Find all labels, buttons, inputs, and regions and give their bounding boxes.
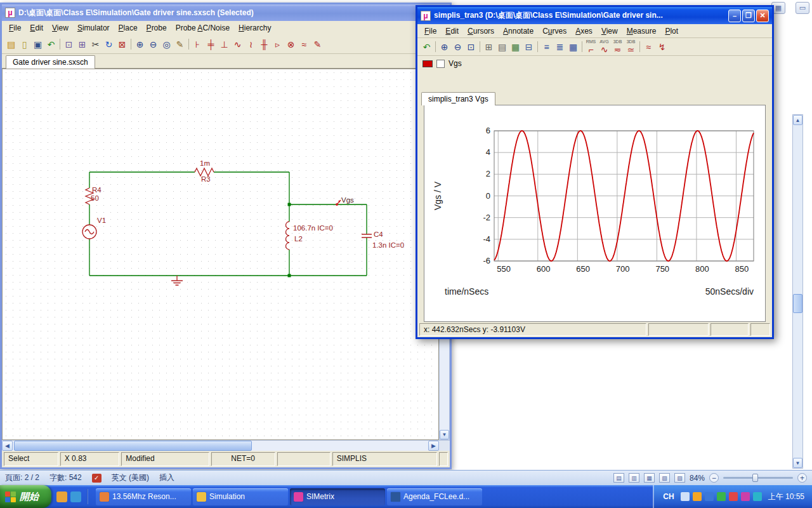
- zoom-slider[interactable]: [723, 477, 793, 479]
- maximize-button[interactable]: ❒: [742, 10, 755, 22]
- save-icon[interactable]: ▣: [31, 37, 44, 52]
- menu-annotate[interactable]: Annotate: [499, 25, 538, 37]
- pan-view-icon[interactable]: ⊞: [75, 37, 89, 52]
- zoom-level[interactable]: 84%: [690, 474, 705, 483]
- smooth-curve-icon[interactable]: ≈: [642, 39, 655, 55]
- new-sheet-icon[interactable]: ▯: [18, 37, 31, 52]
- language-indicator[interactable]: 英文 (美國): [112, 472, 149, 483]
- open-icon[interactable]: ▤: [4, 37, 18, 52]
- menu-edit[interactable]: Edit: [25, 22, 48, 34]
- menu-file[interactable]: File: [420, 25, 441, 37]
- zoom-out-button[interactable]: −: [709, 473, 719, 483]
- waveform-icon[interactable]: ≈: [298, 37, 311, 52]
- stamp-icon[interactable]: ▦: [509, 39, 522, 55]
- scroll-down-icon[interactable]: ▼: [440, 430, 449, 439]
- source-icon[interactable]: ⊗: [284, 37, 298, 52]
- curve-checkbox[interactable]: [436, 60, 445, 68]
- word-scroll-thumb[interactable]: [793, 294, 802, 313]
- copy-graph-icon[interactable]: ⊞: [482, 39, 495, 55]
- delete-icon[interactable]: ⊠: [115, 37, 129, 52]
- web-layout-view-icon[interactable]: ▦: [644, 473, 655, 483]
- close-button[interactable]: ✕: [756, 10, 769, 22]
- language-bar[interactable]: CH: [660, 491, 676, 502]
- start-button[interactable]: 開始: [0, 485, 51, 508]
- scroll-up-icon[interactable]: ▲: [793, 115, 802, 125]
- undo-icon[interactable]: ↶: [44, 37, 58, 52]
- menu-view[interactable]: View: [597, 25, 622, 37]
- inductor-L2[interactable]: [286, 222, 289, 250]
- page-indicator[interactable]: 頁面: 2 / 2: [5, 472, 39, 483]
- menu-cursors[interactable]: Cursors: [463, 25, 499, 37]
- zoom-out-icon[interactable]: ⊖: [451, 39, 464, 55]
- circuit-drawing[interactable]: 1m R3 R4 50 V1 106.7n IC=0 L2 C4 1.3n IC…: [3, 69, 439, 439]
- print-layout-view-icon[interactable]: ▤: [613, 473, 624, 483]
- diff-probe-icon[interactable]: ╪: [204, 37, 218, 52]
- probe-icon[interactable]: ⊦: [191, 37, 204, 52]
- waveform-titlebar[interactable]: µ simplis_tran3 (D:\桌面\桌面\Class E\Simula…: [417, 7, 772, 24]
- db3-high-icon[interactable]: 3DB≃: [624, 39, 638, 55]
- annotate-pen-icon[interactable]: ✎: [173, 37, 187, 52]
- word-scrollbar[interactable]: ▲ ▼: [792, 114, 803, 469]
- scroll-thumb[interactable]: [14, 441, 252, 451]
- update-icon[interactable]: [693, 492, 702, 501]
- zoom-fit-icon[interactable]: ◎: [160, 37, 173, 52]
- menu-plot[interactable]: Plot: [660, 25, 683, 37]
- taskbar-button-13-56mhz-reson-[interactable]: 13.56Mhz Reson...: [96, 488, 191, 505]
- keyboard-icon[interactable]: [681, 492, 690, 501]
- scroll-right-icon[interactable]: ▶: [428, 441, 439, 451]
- word-count[interactable]: 字數: 542: [49, 472, 82, 483]
- capacitor-icon[interactable]: ╫: [258, 37, 271, 52]
- schematic-titlebar[interactable]: µ D:\桌面\桌面\Class E\Simulation\Gate drive…: [2, 4, 450, 21]
- cut-icon[interactable]: ✂: [89, 37, 102, 52]
- ruler-icon[interactable]: ⊟: [522, 39, 535, 55]
- inductor-icon[interactable]: ≀: [244, 37, 258, 52]
- probe-pen-icon[interactable]: ✎: [311, 37, 324, 52]
- simetrix-tray-icon[interactable]: [741, 492, 750, 501]
- messenger-icon[interactable]: [729, 492, 738, 501]
- zoom-in-icon[interactable]: ⊕: [438, 39, 451, 55]
- menu-hierarchy[interactable]: Hierarchy: [234, 22, 275, 34]
- menu-probe-ac-noise[interactable]: Probe AC/Noise: [171, 22, 234, 34]
- menu-measure[interactable]: Measure: [622, 25, 661, 37]
- ground-symbol[interactable]: [171, 276, 183, 285]
- undo-icon[interactable]: ↶: [420, 39, 433, 55]
- menu-curves[interactable]: Curves: [538, 25, 571, 37]
- stack-curves-icon[interactable]: ≡: [540, 39, 553, 55]
- zoom-select-icon[interactable]: ⊡: [62, 37, 75, 52]
- resistor-icon[interactable]: ∿: [231, 37, 244, 52]
- quick-launch-2[interactable]: [70, 491, 81, 502]
- menu-place[interactable]: Place: [114, 22, 142, 34]
- network-icon[interactable]: [705, 492, 714, 501]
- ground-icon[interactable]: ⊥: [218, 37, 231, 52]
- new-grid-icon[interactable]: ▦: [566, 39, 580, 55]
- menu-file[interactable]: File: [4, 22, 25, 34]
- rotate-icon[interactable]: ↻: [102, 37, 115, 52]
- waveform-chart[interactable]: 5506006507007508008506420-2-4-6Vgs / Vti…: [424, 105, 765, 321]
- spellcheck-icon[interactable]: ✓: [92, 474, 102, 483]
- taskbar-button-simulation[interactable]: Simulation: [193, 488, 288, 505]
- volume-icon[interactable]: [753, 492, 762, 501]
- scroll-down-icon[interactable]: ▼: [793, 458, 802, 468]
- taskbar-button-simetrix[interactable]: SIMetrix: [290, 488, 385, 505]
- scroll-left-icon[interactable]: ◀: [2, 441, 13, 451]
- schematic-hscrollbar[interactable]: ◀ ▶: [2, 440, 450, 451]
- diode-icon[interactable]: ▹: [271, 37, 284, 52]
- curve-color-swatch[interactable]: [422, 60, 433, 67]
- db3-low-icon[interactable]: 3DB≂: [611, 39, 624, 55]
- menu-edit[interactable]: Edit: [441, 25, 463, 37]
- zoom-area-icon[interactable]: ⊡: [464, 39, 478, 55]
- waveform-tab[interactable]: simplis_tran3 Vgs: [421, 92, 495, 105]
- draft-view-icon[interactable]: ▨: [674, 473, 685, 483]
- minimize-button[interactable]: –: [728, 10, 741, 22]
- shield-icon[interactable]: [717, 492, 726, 501]
- quick-launch-1[interactable]: [56, 491, 67, 502]
- menu-view[interactable]: View: [48, 22, 73, 34]
- avg-icon[interactable]: AVG∿: [598, 39, 611, 55]
- schematic-tab[interactable]: Gate driver sine.sxsch: [6, 55, 95, 69]
- insert-mode-indicator[interactable]: 插入: [159, 472, 174, 483]
- clock[interactable]: 上午 10:55: [768, 491, 804, 502]
- waveform-graph-panel[interactable]: 5506006507007508008506420-2-4-6Vgs / Vti…: [424, 105, 766, 322]
- tile-curves-icon[interactable]: ≣: [553, 39, 566, 55]
- zoom-out-icon[interactable]: ⊖: [147, 37, 160, 52]
- taskbar-button-agenda-fclee-d-[interactable]: Agenda_FCLee.d...: [387, 488, 482, 505]
